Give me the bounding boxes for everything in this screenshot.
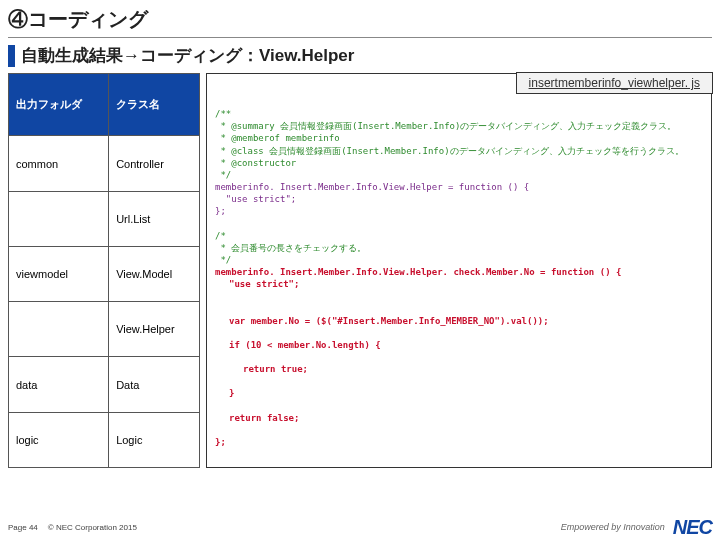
code-comment: */ [215, 170, 231, 180]
footer-tagline: Empowered by Innovation [561, 522, 665, 532]
table-row: viewmodel View.Model [9, 246, 200, 301]
code-line: var member.No = ($("#Insert.Member.Info_… [215, 315, 703, 327]
code-line: } [215, 387, 703, 399]
cell: common [9, 136, 109, 191]
code-comment: /* [215, 231, 226, 241]
code-comment: * @constructor [215, 158, 296, 168]
cell: Logic [109, 412, 200, 467]
cell: viewmodel [9, 246, 109, 301]
cell: Controller [109, 136, 200, 191]
page-number: Page 44 [8, 523, 38, 532]
header-class: クラス名 [109, 74, 200, 136]
code-line: memberinfo. Insert.Member.Info.View.Help… [215, 267, 621, 277]
nec-logo-icon: NEC [673, 516, 712, 539]
cell: logic [9, 412, 109, 467]
table-row: View.Helper [9, 302, 200, 357]
code-panel: insertmemberinfo_viewhelper. js /** * @s… [206, 73, 712, 468]
title-rule [8, 37, 712, 38]
code-comment: * 会員番号の長さをチェックする。 [215, 243, 366, 253]
code-line: "use strict"; [215, 278, 703, 290]
code-comment: * @summary 会員情報登録画面(Insert.Member.Info)の… [215, 121, 676, 131]
cell: View.Helper [109, 302, 200, 357]
cell [9, 191, 109, 246]
code-body: /** * @summary 会員情報登録画面(Insert.Member.In… [207, 74, 711, 466]
cell: Url.List [109, 191, 200, 246]
table-row: Url.List [9, 191, 200, 246]
code-line: if (10 < member.No.length) { [215, 339, 703, 351]
cell: data [9, 357, 109, 412]
code-comment: * @memberof memberinfo [215, 133, 340, 143]
cell: Data [109, 357, 200, 412]
code-line: }; [215, 206, 226, 216]
subtitle: 自動生成結果→コーディング：View.Helper [21, 44, 354, 67]
subtitle-bar-icon [8, 45, 15, 67]
table-row: common Controller [9, 136, 200, 191]
cell: View.Model [109, 246, 200, 301]
copyright: © NEC Corporation 2015 [48, 523, 137, 532]
cell [9, 302, 109, 357]
code-line: "use strict"; [215, 194, 296, 204]
code-line: }; [215, 437, 226, 447]
table-header-row: 出力フォルダ クラス名 [9, 74, 200, 136]
footer: Page 44 © NEC Corporation 2015 Empowered… [0, 514, 720, 540]
code-filename: insertmemberinfo_viewhelper. js [516, 72, 713, 94]
code-line: return false; [215, 412, 703, 424]
page-title: ④コーディング [8, 6, 712, 33]
header-folder: 出力フォルダ [9, 74, 109, 136]
subtitle-row: 自動生成結果→コーディング：View.Helper [0, 44, 720, 67]
table-row: data Data [9, 357, 200, 412]
class-table: 出力フォルダ クラス名 common Controller Url.List v… [8, 73, 200, 468]
code-comment: */ [215, 255, 231, 265]
code-comment: /** [215, 109, 231, 119]
code-comment: * @class 会員情報登録画面(Insert.Member.Info)のデー… [215, 146, 684, 156]
code-line: return true; [215, 363, 703, 375]
code-line: memberinfo. Insert.Member.Info.View.Help… [215, 182, 529, 192]
table-row: logic Logic [9, 412, 200, 467]
